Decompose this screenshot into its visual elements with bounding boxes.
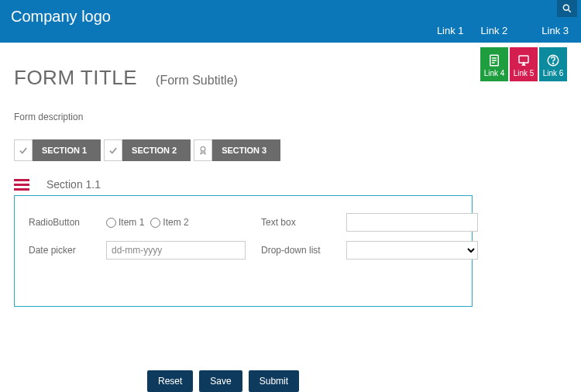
form-description: Form description	[14, 112, 567, 122]
top-bar: Company logo Link 1 Link 2 Link 3	[0, 0, 581, 43]
form-panel: RadioButton Item 1 Item 2 Text box Date …	[14, 195, 473, 307]
badge-icon	[194, 139, 212, 161]
datepicker-label: Date picker	[29, 245, 91, 256]
content: Link 4 Link 5 Link 6 FORM TITLE (Form Su…	[0, 43, 581, 321]
textbox-input[interactable]	[346, 213, 478, 232]
datepicker-input[interactable]	[106, 241, 246, 260]
radio-item-2-label: Item 2	[163, 217, 188, 228]
company-logo: Company logo	[0, 0, 581, 26]
textbox-label: Text box	[261, 217, 331, 228]
section-1-label: SECTION 1	[37, 139, 101, 161]
radio-item-2[interactable]: Item 2	[150, 217, 188, 228]
search-button[interactable]	[557, 0, 577, 17]
search-icon	[562, 3, 572, 14]
radio-label: RadioButton	[29, 217, 91, 228]
section-tab-1[interactable]: SECTION 1	[14, 139, 101, 161]
section-3-label: SECTION 3	[217, 139, 280, 161]
save-button[interactable]: Save	[199, 370, 242, 392]
footer-buttons: Reset Save Submit	[147, 370, 299, 392]
monitor-icon	[517, 53, 531, 67]
link6-button[interactable]: Link 6	[539, 47, 567, 81]
dropdown-select[interactable]	[346, 241, 478, 260]
link4-label: Link 4	[484, 69, 505, 77]
dropdown-label: Drop-down list	[261, 245, 331, 256]
svg-point-8	[552, 63, 553, 64]
document-icon	[487, 53, 501, 67]
radio-input-2[interactable]	[150, 218, 160, 228]
link6-label: Link 6	[543, 69, 564, 77]
reset-button[interactable]: Reset	[147, 370, 193, 392]
menu-icon[interactable]	[14, 179, 29, 191]
form-subtitle: (Form Subtitle)	[156, 74, 238, 88]
radio-item-1[interactable]: Item 1	[106, 217, 144, 228]
section-tabs: SECTION 1 SECTION 2 SECTION 3	[14, 139, 567, 161]
submit-button[interactable]: Submit	[249, 370, 299, 392]
radio-item-1-label: Item 1	[119, 217, 144, 228]
link5-button[interactable]: Link 5	[510, 47, 538, 81]
subsection-title: Section 1.1	[46, 178, 101, 191]
svg-point-9	[201, 146, 205, 151]
subsection-row: Section 1.1	[14, 178, 567, 191]
radio-options: Item 1 Item 2	[106, 217, 246, 228]
link4-button[interactable]: Link 4	[480, 47, 508, 81]
svg-point-0	[563, 5, 569, 10]
form-title: FORM TITLE	[14, 66, 137, 90]
link5-label: Link 5	[514, 69, 535, 77]
check-icon	[104, 139, 122, 161]
top-link-2[interactable]: Link 2	[481, 25, 508, 36]
top-link-3[interactable]: Link 3	[541, 25, 569, 36]
section-2-label: SECTION 2	[127, 139, 191, 161]
radio-input-1[interactable]	[106, 218, 116, 228]
help-icon	[546, 53, 560, 67]
block-links: Link 4 Link 5 Link 6	[480, 47, 567, 81]
svg-line-1	[568, 9, 570, 12]
top-link-1[interactable]: Link 1	[437, 25, 464, 36]
section-tab-2[interactable]: SECTION 2	[104, 139, 191, 161]
top-links: Link 1 Link 2 Link 3	[437, 25, 569, 36]
section-tab-3[interactable]: SECTION 3	[194, 139, 280, 161]
check-icon	[14, 139, 33, 161]
